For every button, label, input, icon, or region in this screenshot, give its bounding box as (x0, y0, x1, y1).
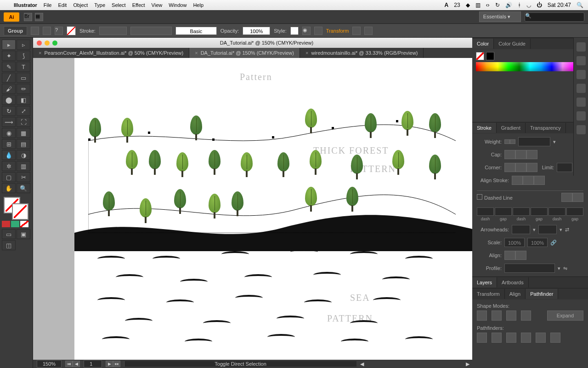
scale-start[interactable]: 100% (504, 238, 525, 247)
zoom-field[interactable]: 150% (37, 360, 62, 368)
screen-normal[interactable]: ▭ (2, 229, 16, 239)
minimize-window[interactable] (45, 40, 50, 46)
merge-icon[interactable] (506, 333, 516, 343)
opacity-field[interactable]: 100% (243, 27, 270, 35)
menu-effect[interactable]: Effect (132, 2, 145, 8)
clock[interactable]: Sat 20:47 (548, 2, 571, 8)
intersect-icon[interactable] (506, 310, 516, 321)
battery-icon[interactable]: ▥ (475, 2, 481, 8)
rect-tool[interactable]: ▭ (17, 73, 30, 83)
zoom-tool[interactable]: 🔍 (17, 183, 30, 193)
pen-tool[interactable]: ✎ (2, 62, 16, 72)
stroke-weight-field[interactable] (99, 27, 127, 35)
expand-button[interactable]: Expand (547, 310, 583, 321)
search-field[interactable]: 🔍 (525, 12, 584, 22)
fill-swatch[interactable] (476, 52, 484, 60)
line-tool[interactable]: ╱ (2, 73, 16, 83)
doc-tab-0[interactable]: ×PearsonCover_AlexM_Illustration.ai* @ 5… (33, 48, 189, 58)
dashed-checkbox[interactable] (477, 194, 482, 200)
zoom-window[interactable] (52, 40, 57, 46)
tab-color-guide[interactable]: Color Guide (494, 39, 531, 49)
artboard-number[interactable]: 1 (84, 360, 102, 368)
pencil-tool[interactable]: ✏ (17, 84, 30, 94)
artboard-tool[interactable]: ▢ (2, 172, 16, 182)
menu-select[interactable]: Select (112, 2, 126, 8)
wand-tool[interactable]: ✦ (2, 51, 16, 61)
stroke-icon[interactable] (577, 98, 586, 107)
menu-edit[interactable]: Edit (58, 2, 67, 8)
tab-stroke[interactable]: Stroke (472, 123, 497, 133)
symbol-tool[interactable]: ✲ (2, 161, 16, 171)
width-tool[interactable]: ⟿ (2, 117, 16, 127)
notif-count[interactable]: 23 (454, 2, 460, 8)
code-icon[interactable]: ‹› (486, 2, 490, 8)
help-icon[interactable]: ? (55, 27, 63, 35)
transform-link[interactable]: Transform (326, 28, 349, 34)
eyedropper-tool[interactable]: 💧 (2, 150, 16, 160)
tab-transparency[interactable]: Transparency (526, 123, 566, 133)
corner-buttons[interactable] (504, 163, 537, 172)
divide-icon[interactable] (477, 333, 487, 343)
doc-tab-1[interactable]: ×DA_Tutorial.ai* @ 150% (CMYK/Preview) (189, 48, 300, 58)
dash-fields[interactable]: dashgapdashgapdashgap (477, 207, 583, 221)
arrange-icon[interactable]: ▦ (35, 13, 43, 21)
stroke-swatch[interactable] (486, 52, 494, 60)
align-stroke-buttons[interactable] (512, 176, 545, 185)
cap-buttons[interactable] (504, 150, 537, 159)
evernote-icon[interactable]: ◆ (466, 2, 470, 8)
align-icon[interactable] (31, 27, 39, 35)
menu-view[interactable]: View (152, 2, 163, 8)
screen-full[interactable]: ▣ (17, 229, 30, 239)
tab-color[interactable]: Color (472, 39, 494, 49)
free-transform[interactable]: ⛶ (17, 117, 30, 127)
tab-artboards[interactable]: Artboards (497, 277, 529, 288)
shape-builder[interactable]: ◉ (2, 128, 16, 138)
draw-mode[interactable]: ◫ (2, 240, 16, 250)
minus-back-icon[interactable] (550, 333, 560, 343)
symbols-icon[interactable] (577, 84, 586, 93)
power-icon[interactable]: ⏻ (537, 2, 542, 8)
transform-icon1[interactable] (352, 27, 361, 35)
scale-tool[interactable]: ⤢ (17, 106, 30, 116)
arrow-start[interactable] (512, 225, 530, 234)
perspective-tool[interactable]: ▦ (17, 128, 30, 138)
mesh-tool[interactable]: ⊞ (2, 139, 16, 149)
swap-arrows-icon[interactable]: ⇄ (565, 227, 569, 233)
swatches-icon[interactable] (577, 56, 586, 65)
align2-icon[interactable] (43, 27, 51, 35)
direct-select-tool[interactable]: ▹ (17, 40, 30, 50)
selection-tool[interactable]: ▸ (2, 40, 16, 50)
minus-front-icon[interactable] (492, 310, 502, 321)
gradient-mode[interactable] (11, 221, 19, 227)
wifi-icon[interactable]: ◡ (526, 2, 531, 8)
menu-file[interactable]: File (44, 2, 52, 8)
close-tab-icon[interactable]: × (305, 50, 308, 56)
tab-gradient[interactable]: Gradient (497, 123, 526, 133)
brushes-icon[interactable] (577, 70, 586, 79)
adobe-icon[interactable]: A (445, 2, 449, 8)
close-window[interactable] (37, 40, 42, 46)
transform-icon2[interactable] (364, 27, 373, 35)
scale-end[interactable]: 100% (527, 238, 548, 247)
sync-icon[interactable]: ↻ (495, 2, 500, 8)
menu-window[interactable]: Window (169, 2, 187, 8)
profile-field[interactable] (504, 264, 555, 273)
blend-tool[interactable]: ◑ (17, 150, 30, 160)
bridge-icon[interactable]: Br (24, 13, 32, 21)
arrow-end[interactable] (538, 225, 557, 234)
none-mode[interactable] (20, 221, 28, 227)
brush-tool[interactable]: 🖌 (2, 84, 16, 94)
color-spectrum[interactable] (476, 62, 584, 71)
isolate-icon[interactable] (314, 27, 322, 35)
color-mode[interactable] (2, 221, 10, 227)
graphic-styles-icon[interactable] (577, 125, 586, 134)
artboard-nav[interactable]: ⏮◀ (65, 361, 80, 367)
unite-icon[interactable] (477, 310, 487, 321)
link-scale-icon[interactable]: 🔗 (550, 240, 557, 246)
bluetooth-icon[interactable]: ᚼ (518, 2, 521, 8)
close-tab-icon[interactable]: × (39, 50, 41, 56)
outline-icon[interactable] (536, 333, 546, 343)
limit-field[interactable] (557, 163, 572, 172)
menu-help[interactable]: Help (193, 2, 204, 8)
hand-tool[interactable]: ✋ (2, 183, 16, 193)
